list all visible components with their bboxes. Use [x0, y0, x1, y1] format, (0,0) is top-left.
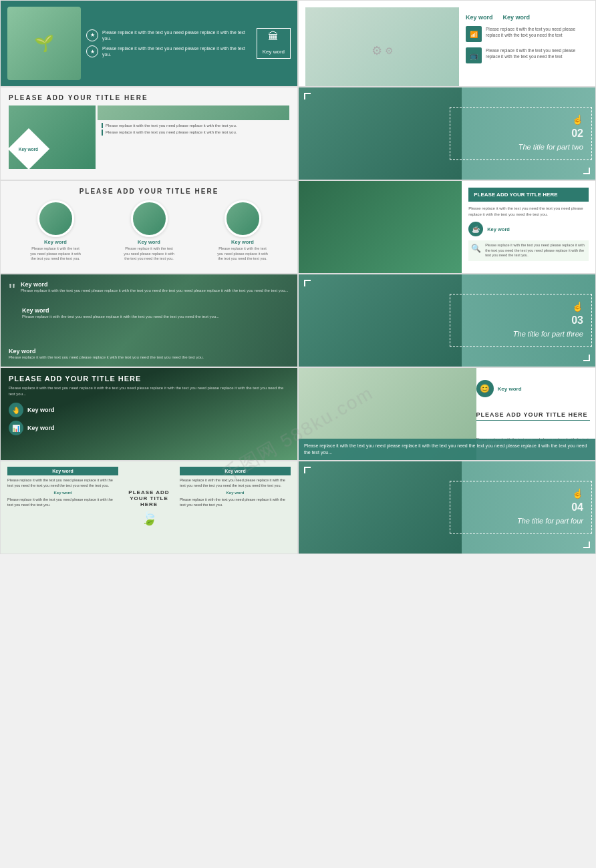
search-icon: 🔍 [471, 244, 481, 253]
slide-grid: 🌱 ★ Please replace it with the text you … [0, 0, 596, 554]
small-photos [225, 307, 227, 341]
col-center: PLEASE ADD YOUR TITLE HERE 🍃 [122, 467, 176, 548]
kw-row-1: Key word [27, 407, 55, 413]
hand-icon-box: 🤚 [9, 403, 23, 417]
slide-r5-s1-inner: PLEASE ADD YOUR TITLE HERE Please replac… [1, 368, 297, 460]
tv-icon: 📺 [470, 52, 478, 59]
part-number: 02 [458, 128, 583, 140]
keyword-2: Key word [503, 14, 531, 21]
slide-r5-s1-desc: Please replace it with the text you need… [9, 385, 289, 397]
tv-text: Please replace it with the text you need… [486, 47, 582, 59]
part-number-3: 03 [458, 314, 583, 327]
keyword-label: Key word [263, 49, 285, 55]
slide-r3-s2-photo [299, 181, 462, 273]
quote-icon: " [9, 281, 15, 300]
row-tv: 📺 Please replace it with the text you ne… [466, 47, 582, 63]
kw-2: Key word [22, 307, 219, 314]
tv-icon-box: 📺 [466, 47, 482, 63]
slide-r1-s1-text1: Please replace it with the text you need… [102, 29, 251, 41]
slide-r4-s1-content: " Key word Please replace it with the te… [1, 274, 297, 367]
corner-top-left-2 [304, 280, 311, 286]
part-number-4: 04 [458, 501, 583, 513]
keyword: Key word [487, 226, 510, 232]
icon-rows: 🤚 Key word 📊 Key word [9, 403, 289, 435]
slide-r4-s2-photo [299, 274, 462, 367]
circle-kw-2: Key word [122, 239, 176, 245]
desc-left-2: Please replace it with the text you need… [7, 497, 118, 507]
slide-r2-s1-inner: PLEASE ADD YOUR TITLE HERE Key word Plea… [1, 87, 297, 180]
slide-r6-s2: ☝ 04 The title for part four [298, 461, 596, 554]
desc-right: Please replace it with the text you need… [180, 478, 291, 488]
touch-icon-4: ☝ [458, 488, 583, 499]
kw-row: ☕ Key word [468, 222, 589, 236]
slide-r2-s2: ☝ 02 The title for part two [298, 87, 596, 180]
star-icon: ★ [86, 29, 98, 41]
wifi-icon: 📶 [470, 31, 478, 38]
chart-icon: 📊 [12, 425, 20, 432]
part-title-3: The title for part three [458, 329, 583, 339]
slide-r1-s1-content: ★ Please replace it with the text you ne… [81, 29, 257, 57]
plant-icon: 🌱 [34, 34, 54, 53]
icon-row-1: 🤚 Key word [9, 403, 289, 417]
corner-br [583, 541, 590, 548]
slide-r2-s2-content: ☝ 02 The title for part two [450, 107, 592, 160]
circles-row: Key word Please replace it with the text… [9, 200, 289, 262]
slide-r6-s1-inner: Key word Please replace it with the text… [1, 461, 297, 554]
icon-row-2: 📊 Key word [9, 421, 289, 435]
slide-r3-s2: PLEASE ADD YOUR TITLE HERE Please replac… [298, 180, 596, 274]
circle-item-2: Key word Please replace it with the text… [122, 200, 176, 262]
part-title: The title for part two [458, 142, 583, 152]
slide-r1-s2-image: ⚙ ⚙ [305, 7, 459, 87]
slide-r5-s1: PLEASE ADD YOUR TITLE HERE Please replac… [0, 367, 298, 461]
leaf-icon: 🍃 [141, 510, 158, 526]
circle-img-2 [131, 200, 168, 237]
desc-2: Please replace it with the text you need… [102, 130, 289, 135]
kw-row: Key word Key word [466, 14, 582, 21]
kw-3: Key word [9, 348, 289, 355]
slide-r6-s2-photo [299, 461, 462, 554]
slide-r1-s2-content: Key word Key word 📶 Please replace it wi… [459, 7, 589, 79]
search-row: 🔍 Please replace it with the text you ne… [468, 240, 589, 261]
slide-r2-s2-photo [299, 87, 462, 180]
keyword-top: Key word [498, 386, 522, 392]
slide-r4-s2: ☝ 03 The title for part three [298, 274, 596, 367]
slide-r4-s2-inner: ☝ 03 The title for part three [299, 274, 595, 367]
corner-top-left [304, 93, 311, 99]
slide-r1-s1: 🌱 ★ Please replace it with the text you … [0, 0, 298, 87]
desc-left: Please replace it with the text you need… [7, 478, 118, 488]
hand-icon: 🤚 [12, 407, 20, 414]
slide-r3-s2-content: PLEASE ADD YOUR TITLE HERE Please replac… [462, 181, 595, 273]
face-icon: 😊 [480, 384, 490, 393]
touch-icon-2: ☝ [458, 301, 583, 312]
slide-r2-s1-title: PLEASE ADD YOUR TITLE HERE [9, 94, 289, 101]
circle-img-3 [225, 200, 261, 237]
slide-r1-s1-image: 🌱 [7, 7, 81, 80]
corner-tl [304, 467, 311, 473]
slide-r6-s1: Key word Please replace it with the text… [0, 461, 298, 554]
small-photo-1 [98, 105, 289, 120]
photo-grid: Key word Please replace it with the text… [9, 105, 289, 169]
keyword-1: Key word [466, 14, 493, 21]
desc-1: Please replace it with the text you need… [21, 288, 289, 293]
desc-2: Please replace it with the text you need… [22, 314, 219, 319]
corner-bottom-right-2 [583, 355, 590, 361]
circle-kw-3: Key word [216, 239, 269, 245]
circle-kw-1: Key word [29, 239, 82, 245]
kw-box-right: Key word [180, 467, 291, 475]
slide-r1-s1-row2: ★ Please replace it with the text you ne… [86, 45, 251, 57]
star-icon-2: ★ [86, 45, 98, 57]
slide-r3-s1-title: PLEASE ADD YOUR TITLE HERE [9, 188, 289, 195]
title-box: PLEASE ADD YOUR TITLE HERE [468, 188, 589, 202]
kw-box-left: Key word [7, 467, 118, 475]
slide-r5-s1-title: PLEASE ADD YOUR TITLE HERE [9, 375, 289, 383]
coffee-icon-circle: ☕ [468, 222, 483, 236]
slide-r5-s2-title: PLEASE ADD YOUR TITLE HERE [476, 411, 590, 421]
slide-r1-s2-inner: ⚙ ⚙ Key word Key word 📶 Please replace i… [305, 7, 589, 79]
circle-desc-3: Please replace it with the text you need… [216, 246, 269, 262]
slide-r6-s2-inner: ☝ 04 The title for part four [299, 461, 595, 554]
kw-row-2: Key word [27, 425, 55, 431]
keyword-diamond-text: Key word [19, 146, 38, 151]
slide-r3-s2-inner: PLEASE ADD YOUR TITLE HERE Please replac… [299, 181, 595, 273]
keyword-box: 🏛 Key word [257, 28, 291, 59]
wifi-icon-box: 📶 [466, 26, 482, 42]
